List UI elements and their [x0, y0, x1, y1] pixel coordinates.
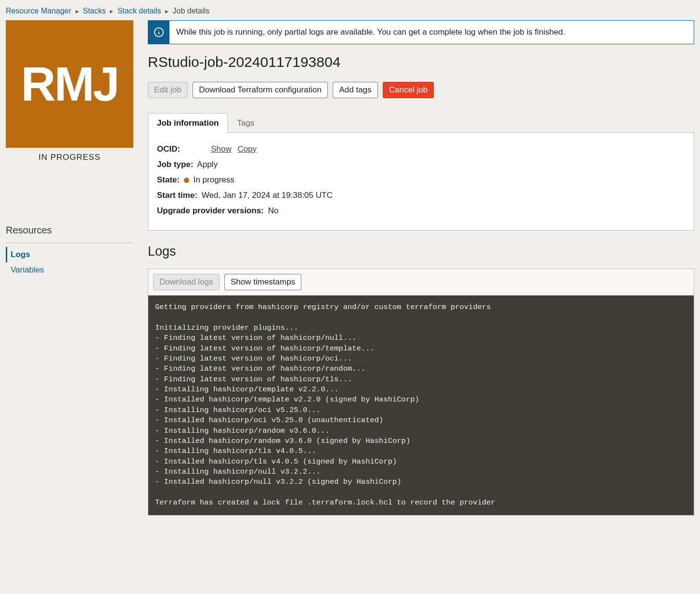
breadcrumb: Resource Manager ▸ Stacks ▸ Stack detail…	[6, 6, 694, 20]
breadcrumb-resource-manager[interactable]: Resource Manager	[6, 7, 71, 15]
sidebar-item-logs[interactable]: Logs	[6, 247, 133, 262]
logs-panel: Download logs Show timestamps Getting pr…	[148, 269, 694, 516]
svg-point-2	[158, 30, 159, 30]
starttime-label: Start time:	[157, 191, 197, 200]
resources-heading: Resources	[6, 225, 133, 243]
edit-job-button: Edit job	[148, 82, 188, 98]
download-logs-button: Download logs	[153, 274, 220, 290]
jobtype-value: Apply	[197, 160, 218, 169]
cancel-job-button[interactable]: Cancel job	[383, 82, 434, 98]
sidebar-item-variables[interactable]: Variables	[6, 262, 133, 278]
upgrade-value: No	[268, 206, 279, 215]
page-title: RStudio-job-20240117193804	[148, 54, 694, 70]
log-output[interactable]: Getting providers from hashicorp registr…	[148, 296, 694, 515]
status-dot-icon	[184, 178, 189, 183]
resource-status: IN PROGRESS	[6, 153, 133, 162]
job-information-panel: OCID: Show Copy Job type: Apply State: I…	[148, 133, 694, 231]
ocid-copy-link[interactable]: Copy	[237, 144, 257, 154]
action-toolbar: Edit job Download Terraform configuratio…	[148, 82, 694, 98]
ocid-label: OCID:	[157, 144, 180, 154]
logs-toolbar: Download logs Show timestamps	[148, 269, 694, 296]
ocid-show-link[interactable]: Show	[211, 144, 232, 154]
tab-job-information[interactable]: Job information	[148, 113, 228, 133]
chevron-right-icon: ▸	[163, 7, 170, 15]
chevron-right-icon: ▸	[108, 7, 115, 15]
detail-tabs: Job information Tags	[148, 113, 694, 133]
tab-tags[interactable]: Tags	[228, 113, 263, 133]
state-value: In progress	[194, 175, 234, 184]
starttime-value: Wed, Jan 17, 2024 at 19:38:05 UTC	[202, 191, 333, 200]
breadcrumb-stack-details[interactable]: Stack details	[117, 7, 161, 15]
upgrade-label: Upgrade provider versions:	[157, 206, 264, 215]
breadcrumb-current: Job details	[173, 7, 210, 15]
resources-list: Logs Variables	[6, 247, 133, 278]
show-timestamps-button[interactable]: Show timestamps	[224, 274, 301, 290]
download-config-button[interactable]: Download Terraform configuration	[193, 82, 328, 98]
alert-message: While this job is running, only partial …	[169, 21, 572, 44]
logs-heading: Logs	[148, 244, 694, 259]
resource-tile-initials: RMJ	[21, 56, 118, 112]
jobtype-label: Job type:	[157, 160, 194, 169]
info-icon	[148, 21, 169, 44]
info-alert: While this job is running, only partial …	[148, 20, 694, 44]
chevron-right-icon: ▸	[74, 7, 81, 15]
resource-tile: RMJ	[6, 20, 133, 148]
breadcrumb-stacks[interactable]: Stacks	[83, 7, 106, 15]
state-label: State:	[157, 175, 180, 184]
add-tags-button[interactable]: Add tags	[333, 82, 377, 98]
